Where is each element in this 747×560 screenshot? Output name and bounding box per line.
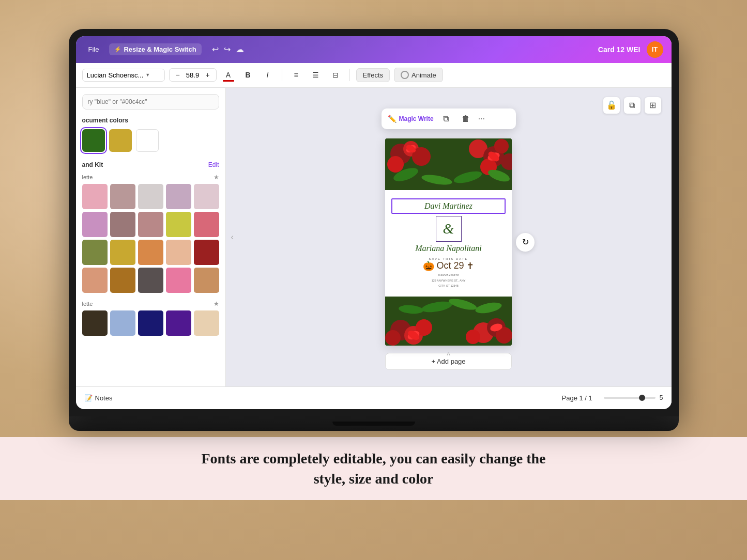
palette-section-2: lette ★ [82,300,219,336]
p2c5[interactable] [194,310,219,336]
undo-icon[interactable]: ↩ [212,44,219,54]
top-bar: File Resize & Magic Switch ↩ ↪ ☁ Card 12… [76,36,672,63]
doc-color-2[interactable] [109,129,132,152]
p2c2[interactable] [110,310,135,336]
p1c2[interactable] [110,184,135,209]
p1c11[interactable] [82,240,108,265]
p1c17[interactable] [110,268,135,293]
italic-button[interactable]: I [260,67,276,83]
zoom-thumb[interactable] [639,395,645,401]
p1c19[interactable] [166,268,191,293]
effects-button[interactable]: Effects [356,68,390,82]
notes-label: Notes [95,394,113,402]
caption-text: Fonts are completely editable, you can e… [41,448,706,489]
svg-point-21 [385,330,401,346]
p2c4[interactable] [166,310,191,336]
cross-icon: ✝ [466,260,474,272]
p1c6[interactable] [82,212,108,237]
p1c5[interactable] [194,184,219,209]
animate-button[interactable]: Animate [394,68,443,82]
screen: File Resize & Magic Switch ↩ ↪ ☁ Card 12… [76,36,672,409]
font-size-value[interactable]: 58.9 [185,71,201,79]
notes-button[interactable]: 📝 Notes [84,394,113,402]
p1c15[interactable] [194,240,219,265]
laptop-base [69,416,679,431]
bottom-chevron[interactable]: ^ [447,351,450,360]
p1c10[interactable] [194,212,219,237]
p1c16[interactable] [82,268,108,293]
divider1 [282,69,282,81]
scroll-left-indicator[interactable]: ‹ [231,232,234,242]
toolbar-copy-button[interactable]: ⧉ [439,112,453,126]
resize-magic-switch[interactable]: Resize & Magic Switch [109,43,201,55]
palette2-star[interactable]: ★ [214,300,219,307]
design-card[interactable]: Davi Martinez & Mariana Napolitani SAVE … [385,138,512,346]
redo-icon[interactable]: ↪ [224,44,231,54]
list-button[interactable]: ☰ [308,67,324,83]
laptop-body: File Resize & Magic Switch ↩ ↪ ☁ Card 12… [69,29,679,416]
brand-kit-header: and Kit Edit [82,161,219,168]
ampersand-text: & [443,221,454,237]
p2c1[interactable] [82,310,108,336]
duplicate-tool[interactable]: ⧉ [624,97,641,114]
p1c18[interactable] [138,268,163,293]
address1-text: 123 ANYWHERE ST., ANY [391,278,506,283]
p1c12[interactable] [110,240,135,265]
p2c3[interactable] [138,310,163,336]
edit-link[interactable]: Edit [208,161,219,168]
color-search-input[interactable] [82,94,219,110]
name1-container: Davi Martinez [391,198,506,214]
svg-point-26 [466,330,480,344]
font-size-decrease[interactable]: − [173,70,183,80]
file-menu[interactable]: File [84,43,103,55]
p1c9[interactable] [166,212,191,237]
doc-color-3[interactable] [136,129,159,152]
font-selector[interactable]: Lucian Schoensc... [82,69,165,82]
canvas-area: 🔓 ⧉ ⊞ ‹ ✏️ Magic Write ⧉ 🗑 · [226,88,672,386]
p1c13[interactable] [138,240,163,265]
refresh-button[interactable]: ↻ [516,233,535,252]
p1c14[interactable] [166,240,191,265]
p1c3[interactable] [138,184,163,209]
laptop-wrapper: File Resize & Magic Switch ↩ ↪ ☁ Card 12… [69,29,679,437]
name1-text: Davi Martinez [394,201,502,211]
zoom-slider-track[interactable] [604,397,655,399]
add-tool[interactable]: ⊞ [645,97,661,114]
list-num-button[interactable]: ⊟ [328,67,343,83]
font-size-control: − 58.9 + [169,68,217,82]
p1c8[interactable] [138,212,163,237]
p1c1[interactable] [82,184,108,209]
format-bar: Lucian Schoensc... − 58.9 + A B I ≡ ☰ ⊟ … [76,63,672,88]
text-color-button[interactable]: A [221,67,236,83]
toolbar-more-button[interactable]: ··· [478,114,485,123]
card-roses-bottom [385,297,512,346]
bottom-bar: 📝 Notes Page 1 / 1 5 [76,386,672,409]
magic-write-button[interactable]: ✏️ Magic Write [388,115,434,123]
bold-button[interactable]: B [240,67,256,83]
pumpkin-icon: 🎃 [423,260,434,272]
date-display: 🎃 Oct 29 ✝ [391,260,506,272]
divider2 [349,69,350,81]
canvas-tools: 🔓 ⧉ ⊞ [603,97,661,114]
notes-icon: 📝 [84,394,93,402]
svg-point-7 [494,139,509,153]
cloud-save-icon[interactable]: ☁ [236,44,244,54]
palette1-star[interactable]: ★ [214,174,219,181]
main-content: ocument colors and Kit Edit lette [76,88,672,386]
doc-color-1[interactable] [82,129,105,152]
p1c4[interactable] [166,184,191,209]
palette1-label: lette ★ [82,174,219,181]
card-content: Davi Martinez & Mariana Napolitani SAVE … [385,190,512,297]
floating-toolbar: ✏️ Magic Write ⧉ 🗑 ··· [382,108,516,129]
p1c20[interactable] [194,268,219,293]
user-avatar[interactable]: IT [647,41,663,58]
p1c7[interactable] [110,212,135,237]
save-date-section: SAVE THIS DATE 🎃 Oct 29 ✝ 8:30AM-2:00PM … [391,257,506,288]
document-title: Card 12 WEI [598,45,641,54]
lock-tool[interactable]: 🔓 [603,97,620,114]
palette-section-1: lette ★ [82,174,219,293]
document-colors [82,129,219,152]
align-button[interactable]: ≡ [288,67,304,83]
toolbar-delete-button[interactable]: 🗑 [459,112,473,126]
font-size-increase[interactable]: + [203,70,213,80]
